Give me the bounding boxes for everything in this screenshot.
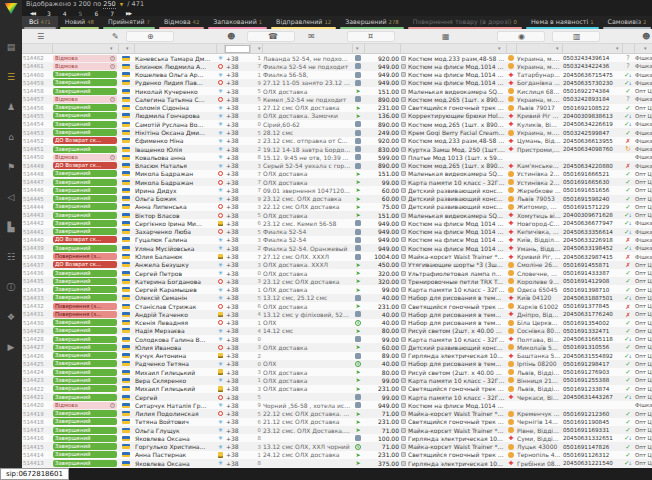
manager-column-icon[interactable]: ☻: [642, 32, 650, 41]
table-row[interactable]: 514449ДО Возврат ск…Власюк Наталья✳+383С…: [22, 161, 652, 169]
filter-dropdown-icon[interactable]: ▾: [258, 45, 261, 51]
product-column-icon[interactable]: ▦: [442, 32, 450, 41]
table-row[interactable]: 514442ЗавершенийСергієнко Ірина Ми…+3862…: [22, 219, 652, 227]
dashboard-icon[interactable]: ▤: [3, 42, 19, 53]
table-row[interactable]: 514421ЗавершенийСергей+38599.00Карта пам…: [22, 393, 652, 401]
table-row[interactable]: 514415ЗавершенийГоргулько Христина…✳+383…: [22, 442, 652, 450]
table-row[interactable]: 514439ЗавершенийУляна Мусійовська✳+382Фи…: [22, 244, 652, 252]
tab-Завершений[interactable]: Завершений278: [338, 16, 406, 29]
tab-Нема в наявності[interactable]: Нема в наявності1: [524, 16, 601, 29]
table-row[interactable]: 514440ДО Возврат ск…Гуцалюк Галина✳+383Ф…: [22, 236, 652, 244]
table-row[interactable]: 514436ЗавершенийСергей Петров✳+380ОЛХ до…: [22, 269, 652, 277]
filter-dropdown-icon[interactable]: ▾: [644, 45, 647, 51]
table-row[interactable]: 514420ВідмоваiСитарчук Наталія Гр…✳+389Ч…: [22, 401, 652, 409]
table-row[interactable]: 514422ЗавершенийМихаил Гилецький+383ОЛХ …: [22, 385, 652, 393]
table-row[interactable]: 514453ЗавершенийНікітіна Оксана Дми…✳+38…: [22, 128, 652, 136]
table-row[interactable]: 514430ЗавершенийКсенія Левадняя+381ОЛХ$4…: [22, 319, 652, 327]
page-size-dropdown-icon[interactable]: ▼: [120, 2, 123, 7]
table-row[interactable]: 514458ЗавершенийНиколай Кучеренко✳+385ОЛ…: [22, 87, 652, 95]
table-row[interactable]: 514427ЗавершенийЮлия Иванова+383ОЛХ дост…: [22, 343, 652, 351]
tab-Всі[interactable]: Всі471: [22, 16, 58, 29]
table-row[interactable]: 514429ЗавершенийНадія Мерзаєва✳+38414.12…: [22, 327, 652, 335]
order-id-column-icon[interactable]: ☰: [37, 32, 44, 41]
table-row[interactable]: 514425ЗавершенийРадченко Тетяна✳+380ОЛХ$…: [22, 360, 652, 368]
table-row[interactable]: 514413ЗавершенийЯковлева Оксана✳+388➤375…: [22, 459, 652, 467]
filter-dropdown-icon[interactable]: ▾: [498, 45, 501, 51]
country-column-icon[interactable]: ⊕: [147, 32, 154, 41]
table-row[interactable]: 514461ВідмоваiБлизнюк Людмила А…+387Фиал…: [22, 62, 652, 70]
filter-dropdown-icon[interactable]: ▾: [616, 45, 619, 51]
table-row[interactable]: 514419ЗавершенийЛилия Подолинская+38522.…: [22, 409, 652, 417]
address-column-icon[interactable]: ◉: [518, 32, 525, 41]
tab-Відправлений[interactable]: Відправлений12: [269, 16, 338, 29]
table-row[interactable]: 514455ЗавершенийЛюдмила Гончарова✳+388ОЛ…: [22, 112, 652, 120]
filter-dropdown-icon[interactable]: ▾: [110, 45, 113, 51]
phone-column-icon[interactable]: ☎: [268, 32, 278, 41]
comment-column-icon[interactable]: ✉: [308, 32, 315, 41]
warehouse-icon[interactable]: ⌂: [3, 132, 19, 143]
table-row[interactable]: 514454ЗавершенийСамотій Руслана Во…✳+380…: [22, 120, 652, 128]
status-edit-column-icon[interactable]: ✎: [112, 32, 119, 41]
support-icon[interactable]: ❖: [3, 312, 19, 323]
stats-icon[interactable]: ▙: [3, 222, 19, 233]
table-row[interactable]: 514445ЗавершенийОльга Божик✳+38923.12 см…: [22, 195, 652, 203]
table-row[interactable]: 514437ДО Возврат ск…Анжела Безушку✳+383О…: [22, 261, 652, 269]
order-status-cell: Повернення (з…: [52, 302, 118, 310]
settings-sliders-icon[interactable]: ☷: [3, 252, 19, 263]
products-icon[interactable]: ⚑: [3, 162, 19, 173]
last-page-button[interactable]: ▶▶: [126, 11, 131, 16]
table-row[interactable]: 514417ЗавершенийОльга Глущук✳+38023.12 с…: [22, 426, 652, 434]
tab-Новий[interactable]: Новий48: [58, 16, 101, 29]
table-row[interactable]: 514457ВідмоваiСалегина Татьяна С…+385Кем…: [22, 95, 652, 103]
delivery-status-icon: ✓: [625, 410, 630, 418]
client-column-icon[interactable]: ☻: [227, 32, 235, 41]
table-row[interactable]: 514428ЗавершенийСолодкова Галина В…✳+380…: [22, 335, 652, 343]
table-row[interactable]: 514444ЗавершенийАнна Липенська+38322.12 …: [22, 203, 652, 211]
table-row[interactable]: 514431Повернення (з…Андрій Ткаченко+3841…: [22, 310, 652, 318]
messages-count: 9: [250, 79, 262, 87]
table-row[interactable]: 514441ЗавершенийЗахарченко Люба+385Фиалк…: [22, 228, 652, 236]
table-row[interactable]: 514423ЗавершенийВера Скляренко✳+381ОЛХ д…: [22, 376, 652, 384]
table-row[interactable]: 514432Повернення (з…Станіслав Стрижак+38…: [22, 302, 652, 310]
table-row[interactable]: 514433ЗавершенийОлексій Семанін✳+38513.1…: [22, 294, 652, 302]
info-icon[interactable]: ⓘ: [3, 282, 19, 293]
table-row[interactable]: 514416ЗавершенийЯковлева Оксана✳+388100.…: [22, 434, 652, 442]
table-row[interactable]: 514438Повернення (з…Юлия Баланюк+38727.1…: [22, 252, 652, 260]
table-row[interactable]: 514443ЗавершенийВіктор Власов+385ОЛХ дос…: [22, 211, 652, 219]
table-row[interactable]: 514460ЗавершенийКошелева Ольга Ар…✳+381Ф…: [22, 71, 652, 79]
table-row[interactable]: 514451ЗавершенийІващенко Юлія✳+38219.12 …: [22, 145, 652, 153]
table-row[interactable]: 514418ЗавершенийТетяна Войтович✳+38621.1…: [22, 418, 652, 426]
table-row[interactable]: 514450ВідмоваiКовальова анна✳+38815.12. …: [22, 153, 652, 161]
table-row[interactable]: 514424ЗавершенийМихаил Гилецький+383ОЛХ …: [22, 368, 652, 376]
orders-icon[interactable]: ☰: [3, 72, 19, 83]
table-row[interactable]: 514434ЗавершенийСергей Карамышев✳+381ОЛХ…: [22, 285, 652, 293]
tab-Прийнятий[interactable]: Прийнятий7: [101, 16, 157, 29]
table-row[interactable]: 514459ЗавершенийРуденко Лидия Пав…+38927…: [22, 79, 652, 87]
clients-icon[interactable]: ♟: [3, 102, 19, 113]
filter-dropdown-icon[interactable]: ▾: [556, 45, 559, 51]
table-row[interactable]: 514462ВідмоваiКаневська Тамара Дм…✳+381Л…: [22, 54, 652, 62]
payment-column-icon[interactable]: ¤: [368, 32, 373, 41]
first-page-button[interactable]: ◀◀: [30, 11, 35, 16]
filter-dropdown-icon[interactable]: ▾: [356, 45, 359, 51]
table-row[interactable]: 514448ЗавершенийМикола Бадражан+387ОЛХ д…: [22, 170, 652, 178]
marketing-icon[interactable]: ◁: [3, 192, 19, 203]
table-row[interactable]: 514446ЗавершенийИрина Дидух✳+38709.01 зв…: [22, 186, 652, 194]
video-icon[interactable]: ▶: [3, 342, 19, 353]
tab-Відмова[interactable]: Відмова42: [157, 16, 206, 29]
table-row[interactable]: 514414ЗавершенийАнна Пастернак+38124.12 …: [22, 451, 652, 459]
status-label: Завершений: [55, 170, 90, 177]
tab-Повернення товару (в дорозі)[interactable]: Повернення товару (в дорозі)0: [406, 16, 524, 29]
tracking-column-icon[interactable]: ▥: [573, 32, 581, 41]
delivery-status-cell: ✓: [622, 186, 634, 194]
phone-filter-input[interactable]: [225, 45, 250, 53]
table-row[interactable]: 514426ЗавершенийКучук Антонина+38289.00Г…: [22, 352, 652, 360]
filter-dropdown-icon[interactable]: ▾: [126, 45, 129, 51]
table-row[interactable]: 514435ЗавершенийКатерина Богданова+38323…: [22, 277, 652, 285]
table-row[interactable]: 514456ЗавершенийСоломія Сідоніна✳+38127.…: [22, 104, 652, 112]
client-ring-icon: [218, 80, 223, 85]
table-row[interactable]: 514452ДО Возврат ск…Єфименко Ніна✳+38223…: [22, 137, 652, 145]
tab-Запакований[interactable]: Запакований1: [206, 16, 269, 29]
table-row[interactable]: 514447ЗавершенийМикола Бадражан+387ОЛХ д…: [22, 178, 652, 186]
tab-Самовивіз[interactable]: Самовивіз2: [601, 16, 652, 29]
